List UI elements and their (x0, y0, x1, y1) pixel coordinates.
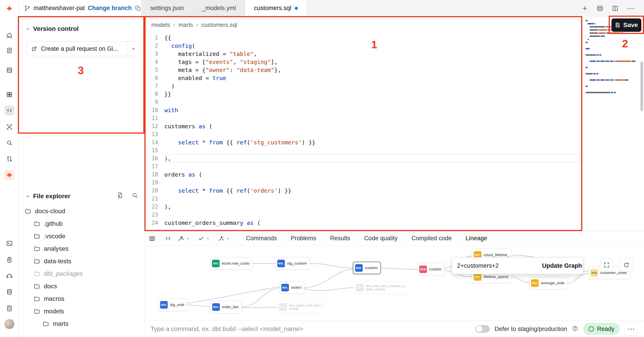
preview-table-button[interactable] (149, 235, 156, 242)
code-line-3[interactable]: 3 materialized = "table", (144, 50, 583, 58)
create-pr-button[interactable]: Create a pull request on Gi... (26, 41, 140, 56)
code-line-18[interactable]: 18orders as ( (144, 171, 583, 179)
code-line-7[interactable]: 7 ) (144, 82, 583, 90)
chevron-down-icon[interactable] (206, 236, 210, 241)
code-line-13[interactable]: 13 (144, 130, 583, 138)
fullscreen-button[interactable] (600, 258, 614, 272)
compare-icon[interactable] (4, 154, 14, 164)
copy-icon[interactable] (135, 5, 141, 11)
file-tree-item-.github[interactable]: .github (19, 217, 144, 230)
code-line-12[interactable]: 12customers as ( (144, 122, 583, 130)
refresh-graph-button[interactable] (620, 258, 633, 272)
support-headset-icon[interactable] (4, 271, 14, 281)
panel-tab-results[interactable]: Results (330, 235, 350, 242)
code-line-24[interactable]: 24customer_orders_summary as ( (144, 219, 583, 227)
file-tree-item-docs-cloud[interactable]: docs-cloud (19, 205, 144, 217)
file-explorer-header[interactable]: File explorer (25, 192, 138, 200)
archive-icon[interactable] (4, 65, 14, 75)
file-tree-item-models[interactable]: models (19, 305, 144, 318)
tab-_models.yml[interactable]: _models.yml (193, 0, 245, 16)
change-branch-link[interactable]: Change branch (88, 5, 132, 12)
code-line-10[interactable]: 10with (144, 106, 583, 114)
notebook-icon[interactable] (4, 45, 14, 55)
fix-button[interactable] (218, 235, 230, 242)
code-line-14[interactable]: 14 select * from {{ ref('stg_customers')… (144, 138, 583, 146)
code-line-5[interactable]: 5 meta = {"owner": "data-team"}, (144, 66, 583, 74)
lineage-node-average-order-value[interactable]: METaverage_order_value (529, 277, 568, 289)
code-line-23[interactable]: 23 (144, 211, 583, 219)
lint-button[interactable] (198, 235, 210, 242)
file-tree-item-macros[interactable]: macros (19, 293, 144, 305)
lineage-node-test-supply-costs[interactable]: TSTtest_supply_costs_sum_correctly (277, 301, 325, 313)
lineage-node-customers-semantic[interactable]: SEMcustomers (417, 263, 444, 276)
version-control-header[interactable]: Version control (25, 25, 79, 32)
terminal-icon[interactable] (4, 238, 14, 248)
code-line-6[interactable]: 6 enabled = true (144, 74, 583, 82)
panel-columns-icon[interactable] (612, 5, 618, 12)
panel-tab-compiled-code[interactable]: Compiled code (412, 235, 452, 242)
panel-tab-code-quality[interactable]: Code quality (364, 235, 398, 242)
create-pr-dropdown[interactable] (127, 41, 140, 56)
panel-tab-commands[interactable]: Commands (246, 235, 277, 242)
file-tree-item-dbt_packages[interactable]: dbt_packages (19, 268, 144, 280)
code-area[interactable]: 1{{2 config(3 materialized = "table",4 t… (144, 34, 583, 227)
code-line-15[interactable]: 15 (144, 146, 583, 154)
code-line-11[interactable]: 11 (144, 114, 583, 122)
code-line-16[interactable]: 16), (144, 154, 583, 162)
user-avatar[interactable] (4, 319, 14, 329)
lineage-canvas[interactable]: SRCecom.raw_customersMDLstg_customersMDL… (144, 246, 644, 321)
command-input[interactable] (150, 325, 470, 333)
file-tree-item-analyses[interactable]: analyses (19, 243, 144, 255)
lineage-node-stg-orders[interactable]: MDLstg_orders (158, 299, 187, 311)
clipboard-icon[interactable] (4, 255, 14, 265)
lineage-node-raw-customers[interactable]: SRCecom.raw_customers (210, 257, 252, 270)
compile-code-button[interactable] (164, 235, 171, 242)
dbt-explorer-icon[interactable] (4, 170, 14, 180)
database-icon[interactable] (4, 287, 14, 297)
chevron-down-icon[interactable] (186, 236, 190, 241)
lineage-node-customers-model[interactable]: MDLcustomers (353, 262, 381, 274)
more-actions-button[interactable]: ⋯ (625, 323, 638, 336)
code-line-22[interactable]: 22), (144, 203, 583, 211)
new-file-icon[interactable] (582, 5, 588, 12)
tab-settings.json[interactable]: settings.json (141, 0, 193, 16)
code-line-20[interactable]: 20 select * from {{ ref('orders') }} (144, 187, 583, 195)
lineage-node-stg-customers[interactable]: MDLstg_customers (275, 257, 310, 270)
code-line-17[interactable]: 17 (144, 162, 583, 171)
grid-icon[interactable] (4, 90, 14, 99)
help-icon[interactable] (572, 325, 578, 333)
search-icon[interactable] (132, 192, 138, 200)
code-line-9[interactable]: 9 (144, 98, 583, 106)
file-tree-item-docs[interactable]: docs (19, 280, 144, 293)
status-ready-badge[interactable]: Ready (583, 323, 620, 335)
panel-tab-lineage[interactable]: Lineage (466, 235, 487, 242)
home-icon[interactable] (4, 30, 14, 40)
breadcrumb-file[interactable]: customers.sql (201, 21, 237, 28)
code-line-8[interactable]: 8}} (144, 90, 583, 98)
new-file-icon[interactable] (117, 192, 124, 200)
defer-toggle[interactable] (476, 325, 490, 333)
breadcrumb-marts[interactable]: marts (178, 21, 193, 28)
update-graph-button[interactable]: Update Graph (541, 258, 583, 274)
file-tree-item-marts[interactable]: marts (19, 318, 144, 330)
tab-customers.sql[interactable]: customers.sql (245, 0, 307, 16)
editor-scrollbar[interactable] (640, 61, 643, 111)
panel-tab-problems[interactable]: Problems (291, 235, 316, 242)
chevron-down-icon[interactable] (226, 236, 230, 241)
lineage-node-order-items[interactable]: MDLorder_items (210, 301, 242, 313)
file-tree-item-.vscode[interactable]: .vscode (19, 230, 144, 243)
format-button[interactable] (178, 235, 190, 242)
breadcrumb-models[interactable]: models (152, 21, 170, 28)
code-line-1[interactable]: 1{{ (144, 34, 583, 42)
more-options-icon[interactable]: ⋯ (627, 4, 634, 12)
explore-search-icon[interactable] (4, 138, 14, 148)
code-line-19[interactable]: 19 (144, 179, 583, 187)
code-line-21[interactable]: 21 (144, 195, 583, 203)
lineage-node-test-order-items[interactable]: TSTtest_order_items_compute_to_bools_cor… (354, 281, 410, 294)
lineage-node-orders[interactable]: MDLorders (279, 281, 304, 294)
panel-rows-icon[interactable] (596, 5, 603, 12)
lineage-selector-input[interactable] (452, 258, 541, 274)
code-line-2[interactable]: 2 config( (144, 42, 583, 50)
code-editor-icon[interactable] (4, 105, 14, 115)
create-pr-button-main[interactable]: Create a pull request on Gi... (26, 41, 127, 56)
